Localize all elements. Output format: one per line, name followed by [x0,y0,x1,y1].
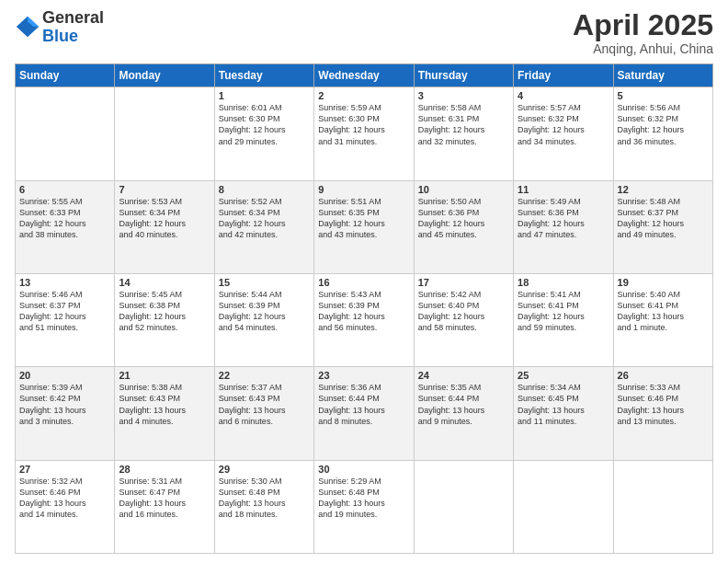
day-info: Sunrise: 5:46 AM Sunset: 6:37 PM Dayligh… [19,289,110,334]
calendar-cell: 5Sunrise: 5:56 AM Sunset: 6:32 PM Daylig… [613,87,712,180]
day-number: 10 [418,184,509,195]
page: General Blue April 2025 Anqing, Anhui, C… [0,0,728,563]
logo: General Blue [15,9,104,46]
day-info: Sunrise: 5:44 AM Sunset: 6:39 PM Dayligh… [219,289,310,334]
day-number: 21 [119,370,210,381]
calendar-header-wednesday: Wednesday [314,64,414,87]
day-number: 4 [518,90,609,101]
calendar-cell: 4Sunrise: 5:57 AM Sunset: 6:32 PM Daylig… [514,87,613,180]
calendar-cell: 22Sunrise: 5:37 AM Sunset: 6:43 PM Dayli… [214,367,313,460]
day-number: 17 [418,277,509,288]
day-number: 15 [219,277,310,288]
day-number: 6 [19,184,110,195]
day-number: 9 [318,184,409,195]
day-info: Sunrise: 5:52 AM Sunset: 6:34 PM Dayligh… [219,196,310,241]
day-info: Sunrise: 5:57 AM Sunset: 6:32 PM Dayligh… [518,102,609,147]
calendar-cell: 16Sunrise: 5:43 AM Sunset: 6:39 PM Dayli… [314,273,414,366]
day-number: 11 [518,184,609,195]
calendar-cell: 19Sunrise: 5:40 AM Sunset: 6:41 PM Dayli… [613,273,712,366]
day-number: 7 [119,184,210,195]
calendar-cell: 23Sunrise: 5:36 AM Sunset: 6:44 PM Dayli… [314,367,414,460]
calendar-header-tuesday: Tuesday [214,64,313,87]
calendar-cell: 1Sunrise: 6:01 AM Sunset: 6:30 PM Daylig… [214,87,313,180]
day-info: Sunrise: 5:37 AM Sunset: 6:43 PM Dayligh… [219,382,310,427]
day-info: Sunrise: 5:30 AM Sunset: 6:48 PM Dayligh… [219,476,310,521]
day-number: 27 [19,464,110,475]
day-info: Sunrise: 5:43 AM Sunset: 6:39 PM Dayligh… [318,289,409,334]
day-info: Sunrise: 5:56 AM Sunset: 6:32 PM Dayligh… [618,102,709,147]
calendar-week-4: 20Sunrise: 5:39 AM Sunset: 6:42 PM Dayli… [16,367,713,460]
calendar-cell: 7Sunrise: 5:53 AM Sunset: 6:34 PM Daylig… [115,180,214,273]
calendar-cell: 21Sunrise: 5:38 AM Sunset: 6:43 PM Dayli… [115,367,214,460]
calendar-cell [514,460,613,553]
calendar-header-saturday: Saturday [613,64,712,87]
calendar: SundayMondayTuesdayWednesdayThursdayFrid… [15,63,713,554]
day-info: Sunrise: 5:33 AM Sunset: 6:46 PM Dayligh… [618,382,709,427]
day-info: Sunrise: 5:36 AM Sunset: 6:44 PM Dayligh… [318,382,409,427]
logo-icon [15,15,40,40]
calendar-cell: 28Sunrise: 5:31 AM Sunset: 6:47 PM Dayli… [115,460,214,553]
day-number: 1 [219,90,310,101]
calendar-header-row: SundayMondayTuesdayWednesdayThursdayFrid… [16,64,713,87]
day-info: Sunrise: 5:49 AM Sunset: 6:36 PM Dayligh… [518,196,609,241]
location: Anqing, Anhui, China [573,41,713,56]
day-number: 16 [318,277,409,288]
day-info: Sunrise: 5:48 AM Sunset: 6:37 PM Dayligh… [618,196,709,241]
day-number: 18 [518,277,609,288]
day-info: Sunrise: 5:53 AM Sunset: 6:34 PM Dayligh… [119,196,210,241]
calendar-cell: 15Sunrise: 5:44 AM Sunset: 6:39 PM Dayli… [214,273,313,366]
day-info: Sunrise: 5:42 AM Sunset: 6:40 PM Dayligh… [418,289,509,334]
day-info: Sunrise: 5:34 AM Sunset: 6:45 PM Dayligh… [518,382,609,427]
calendar-cell: 3Sunrise: 5:58 AM Sunset: 6:31 PM Daylig… [414,87,513,180]
calendar-cell [613,460,712,553]
day-number: 13 [19,277,110,288]
calendar-cell: 24Sunrise: 5:35 AM Sunset: 6:44 PM Dayli… [414,367,513,460]
day-info: Sunrise: 5:38 AM Sunset: 6:43 PM Dayligh… [119,382,210,427]
calendar-header-thursday: Thursday [414,64,513,87]
day-number: 29 [219,464,310,475]
day-number: 19 [618,277,709,288]
calendar-cell: 8Sunrise: 5:52 AM Sunset: 6:34 PM Daylig… [214,180,313,273]
day-info: Sunrise: 5:40 AM Sunset: 6:41 PM Dayligh… [618,289,709,334]
calendar-cell: 13Sunrise: 5:46 AM Sunset: 6:37 PM Dayli… [16,273,115,366]
calendar-cell: 18Sunrise: 5:41 AM Sunset: 6:41 PM Dayli… [514,273,613,366]
calendar-cell: 11Sunrise: 5:49 AM Sunset: 6:36 PM Dayli… [514,180,613,273]
calendar-cell: 17Sunrise: 5:42 AM Sunset: 6:40 PM Dayli… [414,273,513,366]
day-number: 28 [119,464,210,475]
logo-text: General Blue [42,9,104,46]
calendar-cell [414,460,513,553]
header: General Blue April 2025 Anqing, Anhui, C… [15,9,713,56]
day-number: 26 [618,370,709,381]
calendar-cell: 6Sunrise: 5:55 AM Sunset: 6:33 PM Daylig… [16,180,115,273]
day-info: Sunrise: 5:58 AM Sunset: 6:31 PM Dayligh… [418,102,509,147]
calendar-week-2: 6Sunrise: 5:55 AM Sunset: 6:33 PM Daylig… [16,180,713,273]
calendar-week-1: 1Sunrise: 6:01 AM Sunset: 6:30 PM Daylig… [16,87,713,180]
day-info: Sunrise: 5:31 AM Sunset: 6:47 PM Dayligh… [119,476,210,521]
day-number: 14 [119,277,210,288]
calendar-cell: 25Sunrise: 5:34 AM Sunset: 6:45 PM Dayli… [514,367,613,460]
calendar-cell: 14Sunrise: 5:45 AM Sunset: 6:38 PM Dayli… [115,273,214,366]
day-info: Sunrise: 5:51 AM Sunset: 6:35 PM Dayligh… [318,196,409,241]
calendar-cell: 29Sunrise: 5:30 AM Sunset: 6:48 PM Dayli… [214,460,313,553]
day-info: Sunrise: 5:35 AM Sunset: 6:44 PM Dayligh… [418,382,509,427]
calendar-cell: 20Sunrise: 5:39 AM Sunset: 6:42 PM Dayli… [16,367,115,460]
calendar-cell: 12Sunrise: 5:48 AM Sunset: 6:37 PM Dayli… [613,180,712,273]
day-info: Sunrise: 5:29 AM Sunset: 6:48 PM Dayligh… [318,476,409,521]
day-number: 5 [618,90,709,101]
day-info: Sunrise: 5:41 AM Sunset: 6:41 PM Dayligh… [518,289,609,334]
calendar-cell: 10Sunrise: 5:50 AM Sunset: 6:36 PM Dayli… [414,180,513,273]
day-number: 20 [19,370,110,381]
calendar-week-3: 13Sunrise: 5:46 AM Sunset: 6:37 PM Dayli… [16,273,713,366]
calendar-cell: 30Sunrise: 5:29 AM Sunset: 6:48 PM Dayli… [314,460,414,553]
day-info: Sunrise: 5:39 AM Sunset: 6:42 PM Dayligh… [19,382,110,427]
day-info: Sunrise: 5:32 AM Sunset: 6:46 PM Dayligh… [19,476,110,521]
day-number: 24 [418,370,509,381]
title-block: April 2025 Anqing, Anhui, China [573,9,713,56]
calendar-cell: 27Sunrise: 5:32 AM Sunset: 6:46 PM Dayli… [16,460,115,553]
day-number: 23 [318,370,409,381]
day-info: Sunrise: 5:50 AM Sunset: 6:36 PM Dayligh… [418,196,509,241]
calendar-header-friday: Friday [514,64,613,87]
day-info: Sunrise: 6:01 AM Sunset: 6:30 PM Dayligh… [219,102,310,147]
day-number: 8 [219,184,310,195]
logo-blue: Blue [42,28,104,46]
